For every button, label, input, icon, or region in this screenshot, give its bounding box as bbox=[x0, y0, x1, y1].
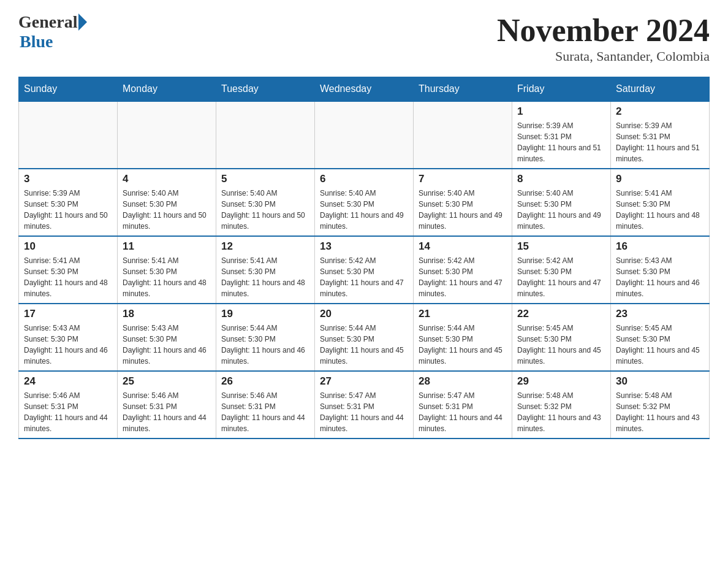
logo-general-text: General bbox=[18, 12, 77, 32]
day-number: 14 bbox=[419, 240, 507, 253]
calendar-cell: 18Sunrise: 5:43 AM Sunset: 5:30 PM Dayli… bbox=[118, 304, 216, 371]
day-number: 3 bbox=[24, 173, 112, 185]
calendar-cell bbox=[315, 101, 414, 169]
day-number: 18 bbox=[123, 308, 211, 320]
calendar-cell: 22Sunrise: 5:45 AM Sunset: 5:30 PM Dayli… bbox=[512, 304, 611, 371]
calendar-cell bbox=[414, 101, 512, 169]
calendar-cell: 21Sunrise: 5:44 AM Sunset: 5:30 PM Dayli… bbox=[414, 304, 512, 371]
column-header-monday: Monday bbox=[118, 77, 216, 102]
calendar-cell: 29Sunrise: 5:48 AM Sunset: 5:32 PM Dayli… bbox=[512, 371, 611, 439]
day-info: Sunrise: 5:42 AM Sunset: 5:30 PM Dayligh… bbox=[419, 255, 507, 299]
calendar-table: SundayMondayTuesdayWednesdayThursdayFrid… bbox=[18, 77, 710, 439]
day-info: Sunrise: 5:40 AM Sunset: 5:30 PM Dayligh… bbox=[517, 188, 605, 232]
day-info: Sunrise: 5:47 AM Sunset: 5:31 PM Dayligh… bbox=[419, 390, 507, 434]
logo-triangle-icon bbox=[78, 13, 87, 31]
calendar-cell: 7Sunrise: 5:40 AM Sunset: 5:30 PM Daylig… bbox=[414, 169, 512, 236]
day-info: Sunrise: 5:41 AM Sunset: 5:30 PM Dayligh… bbox=[24, 255, 112, 299]
day-number: 2 bbox=[616, 105, 704, 118]
day-info: Sunrise: 5:43 AM Sunset: 5:30 PM Dayligh… bbox=[616, 255, 704, 299]
calendar-cell: 10Sunrise: 5:41 AM Sunset: 5:30 PM Dayli… bbox=[19, 236, 118, 304]
day-info: Sunrise: 5:46 AM Sunset: 5:31 PM Dayligh… bbox=[123, 390, 211, 434]
column-header-friday: Friday bbox=[512, 77, 611, 102]
calendar-cell bbox=[118, 101, 216, 169]
day-number: 19 bbox=[221, 308, 309, 320]
day-info: Sunrise: 5:48 AM Sunset: 5:32 PM Dayligh… bbox=[616, 390, 704, 434]
calendar-body: 1Sunrise: 5:39 AM Sunset: 5:31 PM Daylig… bbox=[19, 101, 710, 439]
logo-blue-text: Blue bbox=[20, 32, 53, 52]
day-info: Sunrise: 5:40 AM Sunset: 5:30 PM Dayligh… bbox=[320, 188, 408, 232]
calendar-cell: 28Sunrise: 5:47 AM Sunset: 5:31 PM Dayli… bbox=[414, 371, 512, 439]
calendar-cell: 25Sunrise: 5:46 AM Sunset: 5:31 PM Dayli… bbox=[118, 371, 216, 439]
calendar-cell: 19Sunrise: 5:44 AM Sunset: 5:30 PM Dayli… bbox=[216, 304, 315, 371]
calendar-week-5: 24Sunrise: 5:46 AM Sunset: 5:31 PM Dayli… bbox=[19, 371, 710, 439]
day-number: 29 bbox=[517, 375, 605, 388]
page-header: General Blue November 2024 Surata, Santa… bbox=[18, 12, 710, 64]
day-info: Sunrise: 5:39 AM Sunset: 5:31 PM Dayligh… bbox=[517, 120, 605, 164]
day-info: Sunrise: 5:41 AM Sunset: 5:30 PM Dayligh… bbox=[616, 188, 704, 232]
column-header-sunday: Sunday bbox=[19, 77, 118, 102]
day-number: 4 bbox=[123, 173, 211, 185]
day-number: 27 bbox=[320, 375, 408, 388]
column-header-saturday: Saturday bbox=[611, 77, 710, 102]
day-number: 13 bbox=[320, 240, 408, 253]
day-number: 24 bbox=[24, 375, 112, 388]
calendar-cell: 9Sunrise: 5:41 AM Sunset: 5:30 PM Daylig… bbox=[611, 169, 710, 236]
day-info: Sunrise: 5:46 AM Sunset: 5:31 PM Dayligh… bbox=[24, 390, 112, 434]
calendar-week-1: 1Sunrise: 5:39 AM Sunset: 5:31 PM Daylig… bbox=[19, 101, 710, 169]
calendar-cell: 11Sunrise: 5:41 AM Sunset: 5:30 PM Dayli… bbox=[118, 236, 216, 304]
day-info: Sunrise: 5:45 AM Sunset: 5:30 PM Dayligh… bbox=[517, 323, 605, 367]
calendar-cell: 8Sunrise: 5:40 AM Sunset: 5:30 PM Daylig… bbox=[512, 169, 611, 236]
column-header-thursday: Thursday bbox=[414, 77, 512, 102]
column-header-wednesday: Wednesday bbox=[315, 77, 414, 102]
day-info: Sunrise: 5:46 AM Sunset: 5:31 PM Dayligh… bbox=[221, 390, 309, 434]
day-number: 25 bbox=[123, 375, 211, 388]
calendar-cell: 3Sunrise: 5:39 AM Sunset: 5:30 PM Daylig… bbox=[19, 169, 118, 236]
day-info: Sunrise: 5:39 AM Sunset: 5:30 PM Dayligh… bbox=[24, 188, 112, 232]
day-number: 6 bbox=[320, 173, 408, 185]
day-number: 22 bbox=[517, 308, 605, 320]
day-info: Sunrise: 5:44 AM Sunset: 5:30 PM Dayligh… bbox=[320, 323, 408, 367]
calendar-week-2: 3Sunrise: 5:39 AM Sunset: 5:30 PM Daylig… bbox=[19, 169, 710, 236]
day-info: Sunrise: 5:40 AM Sunset: 5:30 PM Dayligh… bbox=[221, 188, 309, 232]
day-info: Sunrise: 5:42 AM Sunset: 5:30 PM Dayligh… bbox=[517, 255, 605, 299]
calendar-cell: 26Sunrise: 5:46 AM Sunset: 5:31 PM Dayli… bbox=[216, 371, 315, 439]
day-number: 28 bbox=[419, 375, 507, 388]
calendar-header-row: SundayMondayTuesdayWednesdayThursdayFrid… bbox=[19, 77, 710, 102]
calendar-cell: 12Sunrise: 5:41 AM Sunset: 5:30 PM Dayli… bbox=[216, 236, 315, 304]
day-info: Sunrise: 5:47 AM Sunset: 5:31 PM Dayligh… bbox=[320, 390, 408, 434]
day-number: 16 bbox=[616, 240, 704, 253]
location-subtitle: Surata, Santander, Colombia bbox=[497, 48, 710, 64]
calendar-cell: 20Sunrise: 5:44 AM Sunset: 5:30 PM Dayli… bbox=[315, 304, 414, 371]
calendar-cell: 30Sunrise: 5:48 AM Sunset: 5:32 PM Dayli… bbox=[611, 371, 710, 439]
day-info: Sunrise: 5:43 AM Sunset: 5:30 PM Dayligh… bbox=[123, 323, 211, 367]
day-number: 20 bbox=[320, 308, 408, 320]
day-number: 17 bbox=[24, 308, 112, 320]
day-info: Sunrise: 5:40 AM Sunset: 5:30 PM Dayligh… bbox=[123, 188, 211, 232]
day-number: 1 bbox=[517, 105, 605, 118]
day-number: 11 bbox=[123, 240, 211, 253]
month-year-title: November 2024 bbox=[497, 12, 710, 48]
calendar-cell: 23Sunrise: 5:45 AM Sunset: 5:30 PM Dayli… bbox=[611, 304, 710, 371]
calendar-cell: 27Sunrise: 5:47 AM Sunset: 5:31 PM Dayli… bbox=[315, 371, 414, 439]
day-number: 9 bbox=[616, 173, 704, 185]
column-header-tuesday: Tuesday bbox=[216, 77, 315, 102]
calendar-cell: 17Sunrise: 5:43 AM Sunset: 5:30 PM Dayli… bbox=[19, 304, 118, 371]
logo: General Blue bbox=[18, 12, 87, 52]
day-number: 8 bbox=[517, 173, 605, 185]
calendar-cell bbox=[216, 101, 315, 169]
calendar-week-3: 10Sunrise: 5:41 AM Sunset: 5:30 PM Dayli… bbox=[19, 236, 710, 304]
day-info: Sunrise: 5:41 AM Sunset: 5:30 PM Dayligh… bbox=[221, 255, 309, 299]
calendar-cell: 15Sunrise: 5:42 AM Sunset: 5:30 PM Dayli… bbox=[512, 236, 611, 304]
day-info: Sunrise: 5:39 AM Sunset: 5:31 PM Dayligh… bbox=[616, 120, 704, 164]
calendar-cell: 1Sunrise: 5:39 AM Sunset: 5:31 PM Daylig… bbox=[512, 101, 611, 169]
day-number: 15 bbox=[517, 240, 605, 253]
calendar-cell: 13Sunrise: 5:42 AM Sunset: 5:30 PM Dayli… bbox=[315, 236, 414, 304]
day-info: Sunrise: 5:42 AM Sunset: 5:30 PM Dayligh… bbox=[320, 255, 408, 299]
calendar-cell bbox=[19, 101, 118, 169]
calendar-cell: 2Sunrise: 5:39 AM Sunset: 5:31 PM Daylig… bbox=[611, 101, 710, 169]
day-info: Sunrise: 5:44 AM Sunset: 5:30 PM Dayligh… bbox=[221, 323, 309, 367]
title-area: November 2024 Surata, Santander, Colombi… bbox=[497, 12, 710, 64]
calendar-cell: 4Sunrise: 5:40 AM Sunset: 5:30 PM Daylig… bbox=[118, 169, 216, 236]
calendar-cell: 24Sunrise: 5:46 AM Sunset: 5:31 PM Dayli… bbox=[19, 371, 118, 439]
day-number: 26 bbox=[221, 375, 309, 388]
